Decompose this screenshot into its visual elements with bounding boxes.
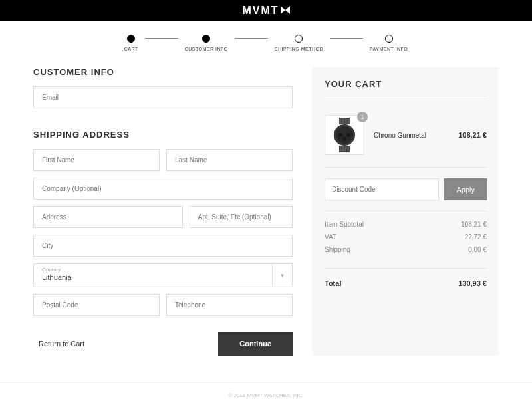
continue-button[interactable]: Continue — [218, 332, 293, 356]
shipping-value: 0,00 € — [468, 246, 487, 253]
address-field[interactable] — [33, 206, 183, 228]
step-label: PAYMENT INFO — [370, 47, 408, 51]
step-circle-icon — [295, 35, 303, 43]
cart-summary: Item Subtotal 108,21 € VAT 22,72 € Shipp… — [325, 211, 487, 269]
email-field[interactable] — [33, 86, 293, 108]
svg-rect-2 — [340, 119, 341, 124]
vat-label: VAT — [325, 233, 336, 241]
cart-sidebar: YOUR CART — [313, 67, 499, 356]
total-row: Total 130,93 € — [325, 269, 487, 289]
apt-field[interactable] — [190, 206, 293, 228]
product-price: 108,21 € — [458, 131, 487, 139]
form-column: CUSTOMER INFO SHIPPING ADDRESS Country L… — [33, 67, 293, 356]
vat-row: VAT 22,72 € — [325, 233, 487, 241]
total-label: Total — [325, 279, 341, 287]
return-to-cart-link[interactable]: Return to Cart — [33, 340, 84, 348]
your-cart-heading: YOUR CART — [325, 79, 487, 96]
vat-value: 22,72 € — [465, 233, 487, 241]
svg-rect-4 — [345, 119, 346, 124]
cart-item: 1 Chrono Gunmetal 108,21 € — [325, 106, 487, 168]
step-payment-info[interactable]: PAYMENT INFO — [370, 35, 408, 51]
company-field[interactable] — [33, 178, 293, 200]
copyright: © 2018 MVMT WATCHES, INC. — [228, 392, 303, 398]
svg-rect-7 — [342, 146, 344, 151]
header: MVMT — [0, 0, 532, 21]
first-name-field[interactable] — [33, 149, 160, 171]
city-field[interactable] — [33, 235, 293, 257]
subtotal-value: 108,21 € — [461, 221, 487, 228]
svg-rect-3 — [342, 119, 344, 124]
svg-rect-5 — [348, 119, 349, 124]
telephone-field[interactable] — [166, 294, 293, 316]
logo-icon — [281, 5, 290, 17]
watch-icon — [330, 118, 359, 152]
step-label: CUSTOMER INFO — [185, 47, 228, 51]
svg-point-14 — [342, 137, 346, 141]
apply-button[interactable]: Apply — [444, 178, 487, 200]
step-cart[interactable]: CART — [124, 35, 138, 51]
customer-info-heading: CUSTOMER INFO — [33, 67, 293, 77]
chevron-down-icon: ▼ — [272, 264, 292, 287]
form-actions: Return to Cart Continue — [33, 332, 293, 356]
postal-code-field[interactable] — [33, 294, 160, 316]
logo: MVMT — [242, 5, 289, 17]
shipping-label: Shipping — [325, 246, 350, 253]
quantity-badge: 1 — [357, 112, 368, 122]
svg-point-11 — [336, 126, 353, 144]
discount-row: Apply — [325, 168, 487, 211]
step-circle-icon — [202, 35, 210, 43]
total-value: 130,93 € — [458, 279, 487, 287]
country-label: Country — [42, 267, 284, 273]
svg-point-12 — [338, 133, 342, 137]
discount-code-field[interactable] — [325, 178, 439, 200]
subtotal-label: Item Subtotal — [325, 221, 364, 228]
svg-rect-8 — [345, 146, 346, 151]
checkout-steps: CART CUSTOMER INFO SHIPPING METHOD PAYME… — [0, 21, 532, 67]
step-customer-info[interactable]: CUSTOMER INFO — [185, 35, 228, 51]
step-shipping-method[interactable]: SHIPPING METHOD — [275, 35, 323, 51]
footer: © 2018 MVMT WATCHES, INC. — [0, 382, 532, 401]
svg-rect-6 — [340, 146, 341, 151]
product-name: Chrono Gunmetal — [374, 132, 449, 139]
step-label: SHIPPING METHOD — [275, 47, 323, 51]
step-divider — [330, 38, 363, 39]
step-divider — [145, 38, 178, 39]
svg-rect-9 — [348, 146, 349, 151]
country-select[interactable]: Country Lithuania ▼ — [33, 263, 293, 287]
subtotal-row: Item Subtotal 108,21 € — [325, 221, 487, 228]
svg-point-13 — [346, 133, 350, 137]
last-name-field[interactable] — [166, 149, 293, 171]
logo-text: MVMT — [242, 5, 279, 17]
product-image: 1 — [325, 115, 364, 155]
shipping-row: Shipping 0,00 € — [325, 246, 487, 253]
shipping-address-heading: SHIPPING ADDRESS — [33, 130, 293, 140]
main-content: CUSTOMER INFO SHIPPING ADDRESS Country L… — [20, 67, 512, 382]
step-label: CART — [124, 47, 138, 51]
step-circle-icon — [385, 35, 393, 43]
step-circle-icon — [127, 35, 135, 43]
step-divider — [235, 38, 268, 39]
country-value: Lithuania — [42, 273, 284, 281]
